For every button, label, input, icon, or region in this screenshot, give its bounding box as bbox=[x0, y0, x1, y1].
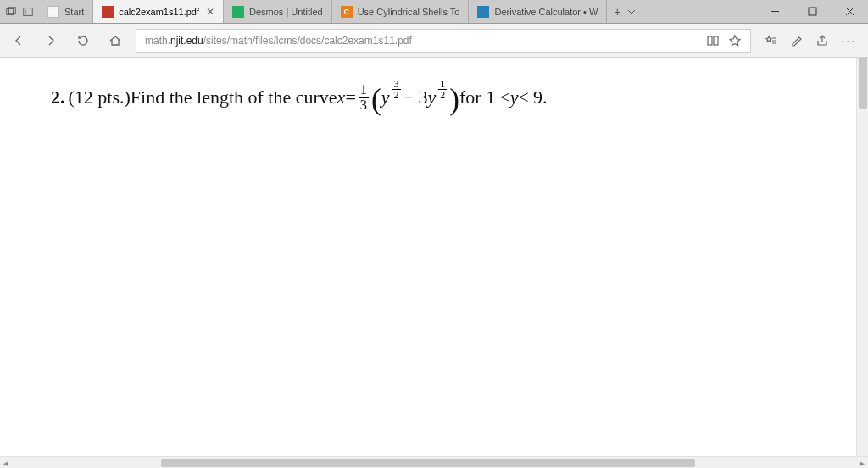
scroll-left-arrow[interactable]: ◄ bbox=[0, 457, 12, 468]
chevron-down-icon[interactable] bbox=[626, 7, 637, 17]
h-scroll-thumb[interactable] bbox=[161, 459, 695, 467]
favorite-star-icon[interactable] bbox=[728, 34, 742, 47]
tab-label: calc2exam1s11.pdf bbox=[119, 7, 199, 17]
var-y: y bbox=[510, 86, 519, 110]
tab-sys-icons bbox=[0, 0, 39, 23]
tab-label: Use Cylindrical Shells To bbox=[358, 7, 460, 17]
url-host: njit.edu bbox=[170, 35, 203, 47]
fraction-one-third: 1 3 bbox=[359, 83, 369, 112]
problem-text-b: for 1 ≤ bbox=[459, 86, 510, 110]
minimize-button[interactable] bbox=[756, 0, 793, 23]
problem-2: 2. (12 pts.) Find the length of the curv… bbox=[51, 83, 817, 112]
svg-rect-4 bbox=[708, 36, 712, 45]
close-icon[interactable]: ✕ bbox=[206, 6, 214, 18]
url-prefix: math. bbox=[145, 35, 170, 47]
tab-pdf[interactable]: calc2exam1s11.pdf ✕ bbox=[93, 0, 224, 23]
tab-desmos[interactable]: Desmos | Untitled bbox=[224, 0, 332, 23]
desmos-favicon bbox=[232, 6, 244, 18]
y1-base: y bbox=[381, 86, 390, 110]
url-path: /sites/math/files/lcms/docs/calc2exam1s1… bbox=[203, 35, 412, 47]
chegg-favicon: C bbox=[341, 6, 353, 18]
svg-rect-3 bbox=[809, 8, 816, 15]
problem-text-a: Find the length of the curve bbox=[131, 86, 337, 110]
maximize-button[interactable] bbox=[793, 0, 831, 23]
pdf-favicon bbox=[102, 6, 114, 18]
problem-number: 2. bbox=[51, 86, 65, 110]
start-favicon: ▭ bbox=[47, 6, 59, 18]
minus-3: − 3 bbox=[403, 86, 428, 110]
tab-strip: ▭ Start calc2exam1s11.pdf ✕ Desmos | Unt… bbox=[0, 0, 868, 24]
tab-label: Desmos | Untitled bbox=[249, 7, 323, 17]
refresh-button[interactable] bbox=[71, 29, 95, 53]
nav-bar: math.njit.edu/sites/math/files/lcms/docs… bbox=[0, 24, 868, 58]
scroll-right-arrow[interactable]: ► bbox=[856, 457, 868, 468]
set-aside-icon[interactable] bbox=[22, 6, 34, 18]
svg-rect-5 bbox=[714, 36, 718, 45]
y1-exponent: 32 bbox=[390, 86, 403, 110]
problem-text-c: ≤ 9. bbox=[519, 86, 548, 110]
svg-rect-1 bbox=[8, 7, 15, 13]
tab-label: Derivative Calculator • W bbox=[494, 7, 598, 17]
horizontal-scrollbar[interactable]: ◄ ► bbox=[0, 456, 868, 468]
tab-chegg[interactable]: C Use Cylindrical Shells To bbox=[332, 0, 470, 23]
favorites-list-icon[interactable] bbox=[765, 34, 778, 47]
tab-actions: + bbox=[607, 0, 643, 23]
tab-start[interactable]: ▭ Start bbox=[39, 0, 93, 23]
v-scroll-thumb[interactable] bbox=[859, 58, 867, 109]
home-button[interactable] bbox=[103, 29, 127, 53]
close-window-button[interactable] bbox=[831, 0, 868, 23]
y2-exponent: 12 bbox=[436, 86, 449, 110]
toolbar-right: ··· bbox=[760, 34, 861, 47]
new-tab-icon[interactable]: + bbox=[614, 5, 620, 19]
reading-view-icon[interactable] bbox=[706, 34, 720, 47]
window-controls bbox=[756, 0, 868, 23]
share-icon[interactable] bbox=[815, 34, 829, 47]
svg-rect-0 bbox=[7, 8, 14, 14]
notes-icon[interactable] bbox=[790, 34, 804, 47]
vertical-scrollbar[interactable] bbox=[856, 58, 868, 456]
y2-base: y bbox=[428, 86, 437, 110]
tabs-icon[interactable] bbox=[5, 6, 17, 18]
pdf-viewport: 2. (12 pts.) Find the length of the curv… bbox=[0, 58, 868, 468]
pdf-page: 2. (12 pts.) Find the length of the curv… bbox=[0, 58, 868, 137]
address-bar[interactable]: math.njit.edu/sites/math/files/lcms/docs… bbox=[136, 29, 751, 53]
more-icon[interactable]: ··· bbox=[841, 34, 856, 47]
equals: = bbox=[345, 86, 355, 110]
deriv-favicon bbox=[477, 6, 489, 18]
tab-deriv[interactable]: Derivative Calculator • W bbox=[469, 0, 607, 23]
forward-button[interactable] bbox=[39, 29, 63, 53]
var-x: x bbox=[337, 86, 346, 110]
problem-points: (12 pts.) bbox=[69, 86, 131, 110]
back-button[interactable] bbox=[7, 29, 31, 53]
tab-label: Start bbox=[64, 7, 84, 17]
